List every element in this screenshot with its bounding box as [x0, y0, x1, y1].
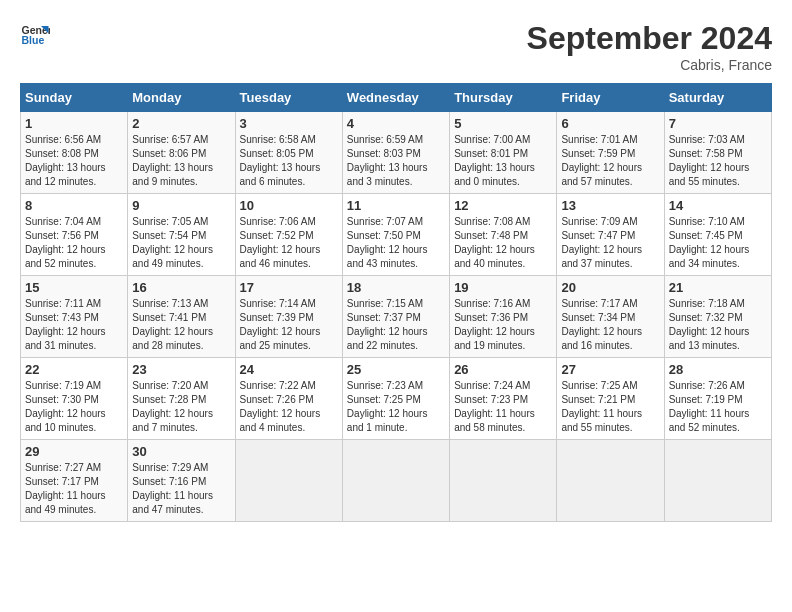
- calendar-day-cell: [664, 440, 771, 522]
- calendar-week-row: 22Sunrise: 7:19 AMSunset: 7:30 PMDayligh…: [21, 358, 772, 440]
- month-title: September 2024: [527, 20, 772, 57]
- day-detail: Sunrise: 7:03 AMSunset: 7:58 PMDaylight:…: [669, 133, 767, 189]
- column-header-tuesday: Tuesday: [235, 84, 342, 112]
- day-number: 25: [347, 362, 445, 377]
- calendar-day-cell: 16Sunrise: 7:13 AMSunset: 7:41 PMDayligh…: [128, 276, 235, 358]
- column-header-monday: Monday: [128, 84, 235, 112]
- calendar-day-cell: [235, 440, 342, 522]
- day-number: 7: [669, 116, 767, 131]
- column-header-thursday: Thursday: [450, 84, 557, 112]
- day-number: 17: [240, 280, 338, 295]
- day-detail: Sunrise: 6:58 AMSunset: 8:05 PMDaylight:…: [240, 133, 338, 189]
- calendar-day-cell: 27Sunrise: 7:25 AMSunset: 7:21 PMDayligh…: [557, 358, 664, 440]
- svg-text:Blue: Blue: [22, 34, 45, 46]
- day-number: 12: [454, 198, 552, 213]
- day-detail: Sunrise: 7:27 AMSunset: 7:17 PMDaylight:…: [25, 461, 123, 517]
- day-detail: Sunrise: 6:57 AMSunset: 8:06 PMDaylight:…: [132, 133, 230, 189]
- day-number: 28: [669, 362, 767, 377]
- day-detail: Sunrise: 6:56 AMSunset: 8:08 PMDaylight:…: [25, 133, 123, 189]
- day-number: 22: [25, 362, 123, 377]
- day-number: 26: [454, 362, 552, 377]
- calendar-day-cell: 22Sunrise: 7:19 AMSunset: 7:30 PMDayligh…: [21, 358, 128, 440]
- column-header-saturday: Saturday: [664, 84, 771, 112]
- calendar-day-cell: 6Sunrise: 7:01 AMSunset: 7:59 PMDaylight…: [557, 112, 664, 194]
- day-detail: Sunrise: 7:29 AMSunset: 7:16 PMDaylight:…: [132, 461, 230, 517]
- column-header-wednesday: Wednesday: [342, 84, 449, 112]
- calendar-day-cell: 28Sunrise: 7:26 AMSunset: 7:19 PMDayligh…: [664, 358, 771, 440]
- calendar-day-cell: 23Sunrise: 7:20 AMSunset: 7:28 PMDayligh…: [128, 358, 235, 440]
- day-number: 15: [25, 280, 123, 295]
- calendar-day-cell: 3Sunrise: 6:58 AMSunset: 8:05 PMDaylight…: [235, 112, 342, 194]
- day-detail: Sunrise: 7:16 AMSunset: 7:36 PMDaylight:…: [454, 297, 552, 353]
- location: Cabris, France: [527, 57, 772, 73]
- day-detail: Sunrise: 6:59 AMSunset: 8:03 PMDaylight:…: [347, 133, 445, 189]
- day-number: 18: [347, 280, 445, 295]
- calendar-day-cell: 20Sunrise: 7:17 AMSunset: 7:34 PMDayligh…: [557, 276, 664, 358]
- day-number: 29: [25, 444, 123, 459]
- day-number: 8: [25, 198, 123, 213]
- day-number: 16: [132, 280, 230, 295]
- day-number: 9: [132, 198, 230, 213]
- day-number: 11: [347, 198, 445, 213]
- day-detail: Sunrise: 7:17 AMSunset: 7:34 PMDaylight:…: [561, 297, 659, 353]
- day-detail: Sunrise: 7:11 AMSunset: 7:43 PMDaylight:…: [25, 297, 123, 353]
- calendar-day-cell: 25Sunrise: 7:23 AMSunset: 7:25 PMDayligh…: [342, 358, 449, 440]
- calendar-day-cell: 13Sunrise: 7:09 AMSunset: 7:47 PMDayligh…: [557, 194, 664, 276]
- calendar-day-cell: 9Sunrise: 7:05 AMSunset: 7:54 PMDaylight…: [128, 194, 235, 276]
- day-detail: Sunrise: 7:24 AMSunset: 7:23 PMDaylight:…: [454, 379, 552, 435]
- day-detail: Sunrise: 7:07 AMSunset: 7:50 PMDaylight:…: [347, 215, 445, 271]
- day-detail: Sunrise: 7:01 AMSunset: 7:59 PMDaylight:…: [561, 133, 659, 189]
- calendar-day-cell: 18Sunrise: 7:15 AMSunset: 7:37 PMDayligh…: [342, 276, 449, 358]
- calendar-header-row: SundayMondayTuesdayWednesdayThursdayFrid…: [21, 84, 772, 112]
- calendar-day-cell: 19Sunrise: 7:16 AMSunset: 7:36 PMDayligh…: [450, 276, 557, 358]
- day-number: 20: [561, 280, 659, 295]
- day-detail: Sunrise: 7:10 AMSunset: 7:45 PMDaylight:…: [669, 215, 767, 271]
- day-number: 23: [132, 362, 230, 377]
- calendar-day-cell: 11Sunrise: 7:07 AMSunset: 7:50 PMDayligh…: [342, 194, 449, 276]
- day-detail: Sunrise: 7:18 AMSunset: 7:32 PMDaylight:…: [669, 297, 767, 353]
- day-number: 21: [669, 280, 767, 295]
- day-detail: Sunrise: 7:05 AMSunset: 7:54 PMDaylight:…: [132, 215, 230, 271]
- calendar-day-cell: 29Sunrise: 7:27 AMSunset: 7:17 PMDayligh…: [21, 440, 128, 522]
- header: General Blue September 2024 Cabris, Fran…: [20, 20, 772, 73]
- day-detail: Sunrise: 7:26 AMSunset: 7:19 PMDaylight:…: [669, 379, 767, 435]
- calendar-day-cell: 21Sunrise: 7:18 AMSunset: 7:32 PMDayligh…: [664, 276, 771, 358]
- day-detail: Sunrise: 7:13 AMSunset: 7:41 PMDaylight:…: [132, 297, 230, 353]
- day-number: 30: [132, 444, 230, 459]
- calendar-day-cell: 12Sunrise: 7:08 AMSunset: 7:48 PMDayligh…: [450, 194, 557, 276]
- calendar-week-row: 1Sunrise: 6:56 AMSunset: 8:08 PMDaylight…: [21, 112, 772, 194]
- calendar-day-cell: 14Sunrise: 7:10 AMSunset: 7:45 PMDayligh…: [664, 194, 771, 276]
- day-number: 1: [25, 116, 123, 131]
- column-header-sunday: Sunday: [21, 84, 128, 112]
- calendar-day-cell: 8Sunrise: 7:04 AMSunset: 7:56 PMDaylight…: [21, 194, 128, 276]
- calendar-day-cell: 2Sunrise: 6:57 AMSunset: 8:06 PMDaylight…: [128, 112, 235, 194]
- day-detail: Sunrise: 7:09 AMSunset: 7:47 PMDaylight:…: [561, 215, 659, 271]
- calendar-week-row: 29Sunrise: 7:27 AMSunset: 7:17 PMDayligh…: [21, 440, 772, 522]
- day-number: 14: [669, 198, 767, 213]
- column-header-friday: Friday: [557, 84, 664, 112]
- day-number: 27: [561, 362, 659, 377]
- calendar-day-cell: 26Sunrise: 7:24 AMSunset: 7:23 PMDayligh…: [450, 358, 557, 440]
- day-number: 5: [454, 116, 552, 131]
- calendar-day-cell: 17Sunrise: 7:14 AMSunset: 7:39 PMDayligh…: [235, 276, 342, 358]
- day-number: 10: [240, 198, 338, 213]
- day-detail: Sunrise: 7:15 AMSunset: 7:37 PMDaylight:…: [347, 297, 445, 353]
- day-detail: Sunrise: 7:14 AMSunset: 7:39 PMDaylight:…: [240, 297, 338, 353]
- calendar-day-cell: 1Sunrise: 6:56 AMSunset: 8:08 PMDaylight…: [21, 112, 128, 194]
- day-number: 2: [132, 116, 230, 131]
- day-detail: Sunrise: 7:08 AMSunset: 7:48 PMDaylight:…: [454, 215, 552, 271]
- logo-icon: General Blue: [20, 20, 50, 50]
- logo: General Blue: [20, 20, 50, 50]
- day-detail: Sunrise: 7:23 AMSunset: 7:25 PMDaylight:…: [347, 379, 445, 435]
- calendar-day-cell: 7Sunrise: 7:03 AMSunset: 7:58 PMDaylight…: [664, 112, 771, 194]
- calendar-day-cell: [342, 440, 449, 522]
- calendar-day-cell: 10Sunrise: 7:06 AMSunset: 7:52 PMDayligh…: [235, 194, 342, 276]
- calendar-week-row: 15Sunrise: 7:11 AMSunset: 7:43 PMDayligh…: [21, 276, 772, 358]
- day-detail: Sunrise: 7:19 AMSunset: 7:30 PMDaylight:…: [25, 379, 123, 435]
- calendar-day-cell: 24Sunrise: 7:22 AMSunset: 7:26 PMDayligh…: [235, 358, 342, 440]
- day-detail: Sunrise: 7:20 AMSunset: 7:28 PMDaylight:…: [132, 379, 230, 435]
- day-number: 3: [240, 116, 338, 131]
- calendar-day-cell: 5Sunrise: 7:00 AMSunset: 8:01 PMDaylight…: [450, 112, 557, 194]
- day-detail: Sunrise: 7:25 AMSunset: 7:21 PMDaylight:…: [561, 379, 659, 435]
- calendar-week-row: 8Sunrise: 7:04 AMSunset: 7:56 PMDaylight…: [21, 194, 772, 276]
